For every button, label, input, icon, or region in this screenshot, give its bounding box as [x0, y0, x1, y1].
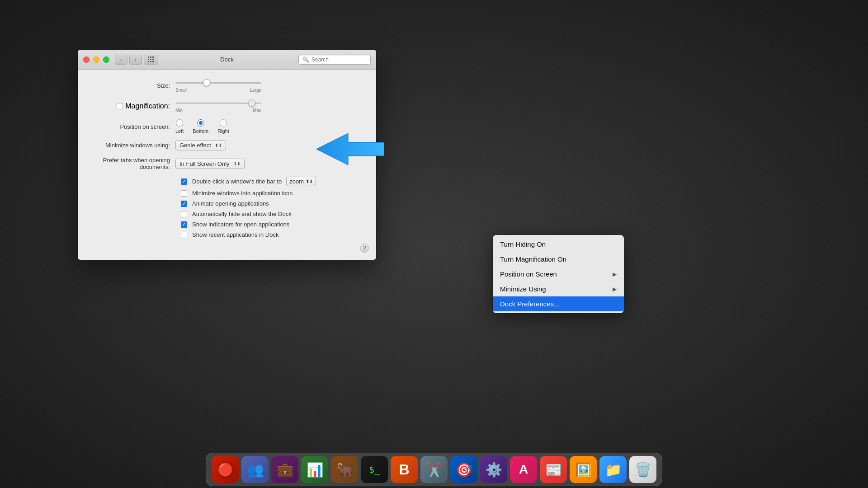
back-button[interactable]: ‹: [115, 55, 127, 65]
double-click-row: Double-click a window's title bar to zoo…: [181, 177, 369, 186]
dock-icon-news[interactable]: 📰: [540, 456, 567, 483]
position-label: Position on screen:: [85, 123, 175, 130]
auto-hide-label: Automatically hide and show the Dock: [192, 211, 292, 217]
context-menu-magnification-label: Turn Magnification On: [500, 255, 566, 263]
magnification-slider-container: Min Max: [175, 99, 261, 113]
maximize-button[interactable]: [103, 56, 109, 63]
size-slider-container: Small Large: [175, 79, 261, 93]
position-left-item: Left: [175, 119, 184, 134]
search-input[interactable]: [311, 56, 367, 63]
magnification-checkbox[interactable]: [117, 103, 123, 109]
dock-icon-trash[interactable]: 🗑️: [629, 456, 656, 483]
help-button[interactable]: ?: [360, 244, 369, 253]
minimize-submenu-arrow: ▶: [613, 286, 617, 292]
dock-icon-b[interactable]: B: [391, 456, 418, 483]
show-indicators-checkbox[interactable]: [181, 221, 187, 228]
mag-slider-labels: Min Max: [175, 108, 261, 113]
mag-slider-track[interactable]: [175, 99, 261, 107]
window-title: Dock: [220, 56, 234, 63]
double-click-action-value: zoom: [289, 178, 304, 185]
dock-icon-1[interactable]: 🔴: [212, 456, 239, 483]
window-controls: [83, 56, 109, 63]
size-slider-track[interactable]: [175, 79, 261, 87]
dock-icon-terminal[interactable]: $_: [361, 456, 388, 483]
context-menu-minimize-label: Minimize Using: [500, 285, 546, 293]
animate-row: Animate opening applications: [181, 200, 369, 207]
dock-background: 🔴 👥 💼 📊 🐂 $_ B ✂️ �: [206, 453, 662, 486]
prefer-tabs-dropdown-arrow: ⬆⬇: [233, 161, 241, 166]
position-bottom-item: Bottom: [193, 119, 208, 134]
window-nav: ‹ ›: [115, 55, 142, 65]
size-slider-labels: Small Large: [175, 88, 261, 93]
context-menu-item-position[interactable]: Position on Screen ▶: [493, 267, 624, 282]
dock-icon-affinity[interactable]: 🎯: [450, 456, 477, 483]
prefer-tabs-value: In Full Screen Only: [179, 160, 230, 167]
minimize-icon-checkbox[interactable]: [181, 190, 187, 197]
size-large-label: Large: [250, 88, 261, 93]
minimize-button[interactable]: [93, 56, 99, 63]
size-slider-line: [175, 82, 261, 84]
search-box[interactable]: 🔍: [298, 55, 371, 65]
context-menu-item-minimize[interactable]: Minimize Using ▶: [493, 282, 624, 296]
show-indicators-label: Show indicators for open applications: [192, 221, 289, 228]
context-menu-position-label: Position on Screen: [500, 270, 557, 278]
zoom-dropdown-arrow: ⬆⬇: [306, 179, 313, 184]
prefer-tabs-label: Prefer tabs when opening documents:: [85, 157, 175, 170]
dock-icon-ox[interactable]: 🐂: [331, 456, 358, 483]
context-menu: Turn Hiding On Turn Magnification On Pos…: [493, 235, 624, 313]
minimize-icon-label: Minimize windows into application icon: [192, 190, 293, 197]
context-menu-item-preferences[interactable]: Dock Preferences...: [493, 296, 624, 311]
position-right-item: Right: [217, 119, 229, 134]
position-submenu-arrow: ▶: [613, 271, 617, 277]
auto-hide-checkbox[interactable]: [181, 211, 187, 217]
grid-view-button[interactable]: [144, 55, 158, 65]
dock-icon-teams[interactable]: 👥: [241, 456, 269, 483]
mag-slider-line: [175, 103, 261, 104]
minimize-dropdown[interactable]: Genie effect ⬆⬇: [175, 140, 226, 150]
mag-max-label: Max: [253, 108, 261, 113]
dock-icon-sheets[interactable]: 📊: [301, 456, 328, 483]
position-right-radio[interactable]: [220, 119, 227, 127]
context-menu-preferences-label: Dock Preferences...: [500, 300, 560, 308]
minimize-label: Minimize windows using:: [85, 142, 175, 149]
dock-icon-folder[interactable]: 📁: [599, 456, 627, 483]
dock-icon-slack[interactable]: 💼: [271, 456, 298, 483]
desktop: ‹ › Dock 🔍 Size:: [0, 0, 868, 488]
size-slider-thumb[interactable]: [203, 79, 210, 86]
mag-slider-thumb[interactable]: [248, 99, 255, 107]
show-recent-row: Show recent applications in Dock: [181, 231, 369, 238]
auto-hide-row: Automatically hide and show the Dock: [181, 211, 369, 217]
dock-icon-settings[interactable]: ⚙️: [480, 456, 507, 483]
dock: 🔴 👥 💼 📊 🐂 $_ B ✂️ �: [0, 447, 868, 488]
position-bottom-radio[interactable]: [197, 119, 204, 127]
window-titlebar: ‹ › Dock 🔍: [78, 50, 376, 70]
position-left-radio[interactable]: [176, 119, 183, 127]
magnification-row: Magnification: Min Max: [85, 99, 369, 113]
forward-button[interactable]: ›: [129, 55, 142, 65]
show-recent-checkbox[interactable]: [181, 232, 187, 238]
context-menu-item-magnification[interactable]: Turn Magnification On: [493, 252, 624, 267]
search-icon: 🔍: [302, 56, 309, 63]
svg-marker-0: [316, 133, 384, 165]
double-click-checkbox[interactable]: [181, 178, 187, 185]
size-label: Size:: [85, 82, 175, 89]
minimize-dropdown-arrow: ⬆⬇: [215, 143, 222, 148]
close-button[interactable]: [83, 56, 90, 63]
blue-arrow-svg: [316, 131, 384, 167]
position-bottom-label: Bottom: [193, 128, 208, 134]
dock-icon-photos[interactable]: 🖼️: [570, 456, 597, 483]
animate-label: Animate opening applications: [192, 200, 269, 207]
size-row: Size: Small Large: [85, 79, 369, 93]
magnification-label-area: Magnification:: [85, 102, 175, 110]
mag-min-label: Min: [175, 108, 183, 113]
context-menu-item-hiding[interactable]: Turn Hiding On: [493, 237, 624, 252]
prefer-tabs-dropdown[interactable]: In Full Screen Only ⬆⬇: [175, 159, 245, 169]
position-right-label: Right: [217, 128, 229, 134]
show-recent-label: Show recent applications in Dock: [192, 231, 279, 238]
dock-icon-a[interactable]: A: [510, 456, 537, 483]
animate-checkbox[interactable]: [181, 201, 187, 207]
position-left-label: Left: [175, 128, 184, 134]
double-click-action-dropdown[interactable]: zoom ⬆⬇: [286, 177, 316, 186]
dock-icon-scissors[interactable]: ✂️: [420, 456, 448, 483]
show-indicators-row: Show indicators for open applications: [181, 221, 369, 228]
